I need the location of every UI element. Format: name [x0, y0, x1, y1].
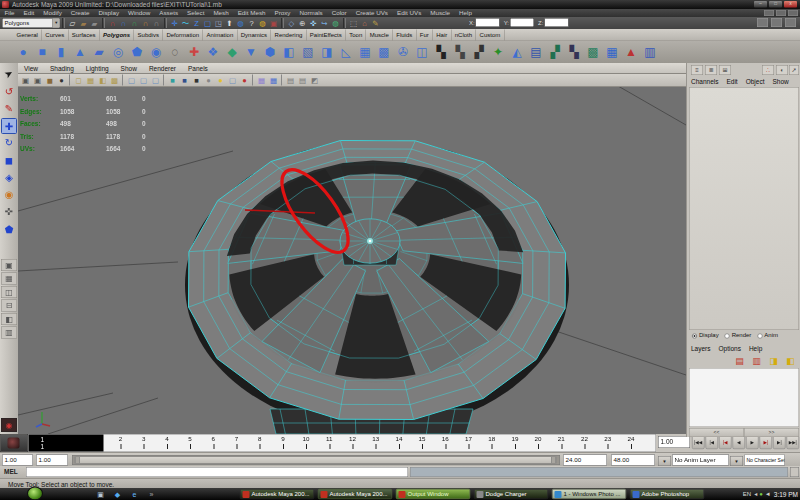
smooth-icon[interactable]: ▧ — [299, 43, 317, 61]
x-axis-field[interactable] — [476, 18, 500, 27]
grid2-icon[interactable]: ▤ — [297, 75, 308, 86]
channel-menu-channels[interactable]: Channels — [687, 76, 722, 87]
light-icon[interactable]: ● — [215, 75, 226, 86]
combine-icon[interactable]: ◆ — [223, 43, 241, 61]
mel-label[interactable]: MEL — [4, 468, 18, 476]
construction-history-icon[interactable]: 〜 — [180, 18, 191, 29]
close-button[interactable]: x — [784, 1, 797, 8]
minimize-button[interactable]: – — [754, 1, 767, 8]
taskbar-button[interactable]: Dodge Charger — [474, 489, 548, 499]
arrow-icon[interactable]: ➚ — [789, 65, 799, 75]
render-frame-icon[interactable]: ▢ — [202, 18, 213, 29]
snap-grid-icon[interactable]: ∩ — [107, 18, 118, 29]
soft-mod-tool[interactable]: ◉ — [1, 187, 17, 203]
screen2-icon[interactable]: ▢ — [138, 75, 149, 86]
camera-select-icon[interactable]: ▣ — [20, 75, 31, 86]
shelf-tab-hair[interactable]: Hair — [433, 30, 452, 41]
radio-render[interactable]: Render — [725, 332, 752, 343]
universal-manip-tool[interactable]: ◈ — [1, 170, 17, 186]
rotate-tool[interactable]: ↻ — [1, 135, 17, 151]
grid1-icon[interactable]: ▤ — [285, 75, 296, 86]
pivot-icon[interactable]: ⊕ — [297, 18, 308, 29]
tree-icon[interactable]: ✦ — [489, 43, 507, 61]
new-layer-sel-icon[interactable]: ▥ — [750, 355, 763, 367]
bookmark-icon[interactable]: ● — [56, 75, 67, 86]
menu-help[interactable]: Help — [455, 9, 477, 17]
menu-display[interactable]: Display — [94, 9, 124, 17]
taskbar-button[interactable]: Output Window — [396, 489, 470, 499]
ipr-icon[interactable]: ◳ — [213, 18, 224, 29]
fill-hole-icon[interactable]: ▩ — [375, 43, 393, 61]
start-button[interactable] — [27, 487, 43, 500]
grid3-icon[interactable]: ◩ — [309, 75, 320, 86]
sphere-icon[interactable]: ● — [203, 75, 214, 86]
red-icon[interactable]: ● — [239, 75, 250, 86]
menu-file[interactable]: File — [0, 9, 19, 17]
vp-menu-lighting[interactable]: Lighting — [80, 63, 115, 73]
shelf-tab-surfaces[interactable]: Surfaces — [68, 30, 99, 41]
select-tool[interactable]: ➤ — [0, 63, 20, 85]
current-frame-marker[interactable]: 1 1 — [29, 435, 104, 452]
bulb-icon[interactable]: ◍ — [257, 18, 268, 29]
menu-edit[interactable]: Edit — [19, 9, 39, 17]
expand-icon[interactable]: » — [147, 490, 156, 499]
language-indicator[interactable]: EN — [743, 491, 751, 498]
help-icon[interactable]: ? — [246, 18, 257, 29]
poly-cube-icon[interactable]: ■ — [33, 43, 51, 61]
poly-plane-icon[interactable]: ▰ — [90, 43, 108, 61]
mirror-icon[interactable]: ◫ — [413, 43, 431, 61]
poly-soccer-icon[interactable]: ✚ — [185, 43, 203, 61]
menu-window[interactable]: Window — [124, 9, 155, 17]
shelf-tab-painteffects[interactable]: PaintEffects — [306, 30, 345, 41]
show-desktop-icon[interactable]: ▣ — [96, 490, 105, 499]
separate-icon[interactable]: ▼ — [242, 43, 260, 61]
shelf-tab-toon[interactable]: Toon — [346, 30, 367, 41]
character-set-field[interactable]: No Character Set — [744, 455, 785, 466]
wireframe-icon[interactable]: ◻ — [73, 75, 84, 86]
vp-menu-show[interactable]: Show — [115, 63, 143, 73]
quadrangulate-icon[interactable]: ▦ — [356, 43, 374, 61]
triangulate-icon[interactable]: ◺ — [337, 43, 355, 61]
ui-toggle-icon[interactable] — [788, 10, 798, 16]
paint-select-tool[interactable]: ✎ — [1, 101, 17, 117]
layer-menu-options[interactable]: Options — [715, 343, 745, 354]
uv1-icon[interactable]: ▦ — [256, 75, 267, 86]
panel-icon[interactable]: ▢ — [227, 75, 238, 86]
taskbar-button[interactable]: 1 - Windows Photo ... — [552, 489, 626, 499]
shelf-tab-ncloth[interactable]: nCloth — [451, 30, 476, 41]
shelf-tab-fur[interactable]: Fur — [416, 30, 433, 41]
chevron-down-icon[interactable]: ▼ — [53, 19, 60, 28]
shaded-icon[interactable]: ▦ — [85, 75, 96, 86]
mel-input[interactable] — [26, 467, 408, 477]
radio-display[interactable]: Display — [692, 332, 719, 343]
mesh-icon[interactable]: ▤ — [527, 43, 545, 61]
persp-icon[interactable]: ■ — [179, 75, 190, 86]
channel-layer-toggle-icon[interactable]: ≡ — [691, 65, 703, 75]
menu-edit-uvs[interactable]: Edit UVs — [392, 9, 425, 17]
anim-start-field[interactable]: 1.00 — [2, 455, 33, 466]
range-handle-right[interactable] — [551, 457, 556, 463]
channel-menu-object[interactable]: Object — [742, 76, 769, 87]
layout-outliner[interactable]: ▥ — [1, 327, 17, 339]
shelf-tab-muscle[interactable]: Muscle — [366, 30, 393, 41]
uv2-icon[interactable]: ▦ — [268, 75, 279, 86]
new-scene-icon[interactable]: ▱ — [67, 18, 78, 29]
anim-layer-dropdown-icon[interactable]: ▼ — [658, 456, 671, 466]
playback-start-field[interactable]: 1.00 — [36, 455, 68, 466]
show-manip-tool[interactable]: ✜ — [1, 204, 17, 220]
extract-icon[interactable]: ⬢ — [261, 43, 279, 61]
tray-user-icon[interactable]: ● — [759, 491, 763, 498]
show-ui-icon[interactable] — [785, 18, 796, 27]
menu-create-uvs[interactable]: Create UVs — [351, 9, 392, 17]
menu-normals[interactable]: Normals — [295, 9, 327, 17]
menu-proxy[interactable]: Proxy — [270, 9, 295, 17]
handle-icon[interactable]: ✜ — [308, 18, 319, 29]
pager-next-button[interactable]: >> — [744, 428, 799, 437]
half-circle-icon[interactable]: ◐ — [776, 65, 788, 75]
menu-create[interactable]: Create — [66, 9, 94, 17]
poly-pipe-icon[interactable]: ◉ — [147, 43, 165, 61]
vp-menu-renderer[interactable]: Renderer — [143, 63, 182, 73]
media-icon[interactable]: ◆ — [113, 490, 122, 499]
poly-cone-icon[interactable]: ▲ — [71, 43, 89, 61]
camera-lock-icon[interactable]: ▣ — [32, 75, 43, 86]
